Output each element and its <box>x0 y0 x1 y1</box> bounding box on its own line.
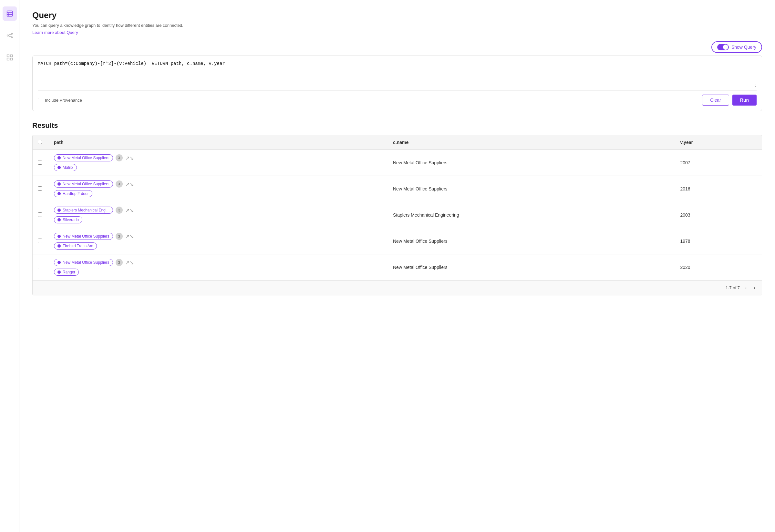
table-row: Staplers Mechanical Engi...3↗↘SilveradoS… <box>33 202 762 228</box>
path-row-company: New Metal Office Suppliers3↗↘ <box>54 259 382 266</box>
company-node-badge[interactable]: New Metal Office Suppliers <box>54 259 113 266</box>
expand-path-icon[interactable]: ↗↘ <box>125 207 134 213</box>
row-checkbox-cell <box>33 254 49 281</box>
clear-button[interactable]: Clear <box>702 95 729 106</box>
company-node-badge[interactable]: New Metal Office Suppliers <box>54 233 113 240</box>
company-node-badge[interactable]: Staplers Mechanical Engi... <box>54 207 113 214</box>
svg-rect-10 <box>10 55 12 57</box>
vyear-cell: 2016 <box>675 176 762 202</box>
query-box: Include Provenance Clear Run <box>32 56 762 111</box>
pagination-info: 1-7 of 7 <box>726 285 740 290</box>
path-count-badge[interactable]: 3 <box>116 233 123 240</box>
row-select-checkbox[interactable] <box>38 239 42 243</box>
select-all-header[interactable] <box>33 135 49 150</box>
expand-path-icon[interactable]: ↗↘ <box>125 155 134 161</box>
row-select-checkbox[interactable] <box>38 212 42 217</box>
row-checkbox-cell <box>33 202 49 228</box>
page-title: Query <box>32 10 762 20</box>
svg-rect-11 <box>7 58 9 60</box>
query-section: Show Query Include Provenance Clear Run <box>32 41 762 111</box>
path-cell: New Metal Office Suppliers3↗↘Matrix <box>49 150 388 176</box>
col-vyear: v.year <box>675 135 762 150</box>
subtitle: You can query a knowledge graph to ident… <box>32 23 762 28</box>
svg-rect-12 <box>10 58 12 60</box>
company-node-badge[interactable]: New Metal Office Suppliers <box>54 154 113 161</box>
path-count-badge[interactable]: 3 <box>116 180 123 188</box>
vehicle-node-badge[interactable]: Firebird Trans Am <box>54 242 97 250</box>
vyear-cell: 2007 <box>675 150 762 176</box>
vehicle-node-badge[interactable]: Ranger <box>54 269 79 276</box>
pagination: 1-7 of 7 ‹ › <box>33 280 762 295</box>
results-title: Results <box>32 121 762 130</box>
show-query-toggle[interactable]: Show Query <box>711 41 762 53</box>
expand-path-icon[interactable]: ↗↘ <box>125 181 134 187</box>
node-dot-company <box>57 235 61 238</box>
action-buttons: Clear Run <box>702 95 757 106</box>
vehicle-node-badge[interactable]: Matrix <box>54 164 77 171</box>
col-cname: c.name <box>388 135 675 150</box>
cname-cell: New Metal Office Suppliers <box>388 228 675 254</box>
node-dot-vehicle <box>57 192 61 195</box>
results-section: Results path c.name v.year <box>32 121 762 295</box>
svg-line-8 <box>8 36 11 37</box>
sidebar-item-table[interactable] <box>3 6 17 21</box>
toggle-thumb <box>723 45 728 50</box>
table-row: New Metal Office Suppliers3↗↘RangerNew M… <box>33 254 762 281</box>
toggle-label: Show Query <box>731 45 756 50</box>
vyear-cell: 2020 <box>675 254 762 281</box>
table-header: path c.name v.year <box>33 135 762 150</box>
expand-path-icon[interactable]: ↗↘ <box>125 233 134 240</box>
row-checkbox-cell <box>33 176 49 202</box>
table-row: New Metal Office Suppliers3↗↘Firebird Tr… <box>33 228 762 254</box>
graph-icon <box>6 32 13 39</box>
path-row-company: New Metal Office Suppliers3↗↘ <box>54 233 382 240</box>
layout-icon <box>6 54 13 61</box>
learn-more-link[interactable]: Learn more about Query <box>32 30 78 35</box>
path-row-vehicle: Firebird Trans Am <box>54 242 382 250</box>
node-dot-vehicle <box>57 166 61 169</box>
path-row-company: New Metal Office Suppliers3↗↘ <box>54 154 382 161</box>
cname-cell: New Metal Office Suppliers <box>388 150 675 176</box>
path-cell: New Metal Office Suppliers3↗↘Firebird Tr… <box>49 228 388 254</box>
expand-path-icon[interactable]: ↗↘ <box>125 260 134 266</box>
svg-rect-0 <box>7 11 12 16</box>
path-cell: New Metal Office Suppliers3↗↘Hardtop 2-d… <box>49 176 388 202</box>
prev-page-button[interactable]: ‹ <box>744 284 748 291</box>
run-button[interactable]: Run <box>732 95 757 106</box>
row-checkbox-cell <box>33 150 49 176</box>
path-row-vehicle: Silverado <box>54 216 382 223</box>
row-select-checkbox[interactable] <box>38 265 42 269</box>
sidebar-item-layout[interactable] <box>3 50 17 65</box>
next-page-button[interactable]: › <box>752 284 757 291</box>
vehicle-node-badge[interactable]: Hardtop 2-door <box>54 190 92 197</box>
provenance-label[interactable]: Include Provenance <box>38 98 82 103</box>
vehicle-node-badge[interactable]: Silverado <box>54 216 82 223</box>
path-row-vehicle: Hardtop 2-door <box>54 190 382 197</box>
cname-cell: New Metal Office Suppliers <box>388 254 675 281</box>
node-dot-vehicle <box>57 218 61 221</box>
toggle-track <box>717 44 729 50</box>
col-path: path <box>49 135 388 150</box>
results-table-container: path c.name v.year New Metal Office Supp… <box>32 135 762 295</box>
row-select-checkbox[interactable] <box>38 160 42 165</box>
path-count-badge[interactable]: 3 <box>116 154 123 161</box>
svg-point-6 <box>11 37 12 38</box>
select-all-checkbox[interactable] <box>38 140 42 144</box>
row-select-checkbox[interactable] <box>38 186 42 191</box>
path-count-badge[interactable]: 3 <box>116 207 123 214</box>
query-input[interactable] <box>38 61 757 87</box>
query-footer: Include Provenance Clear Run <box>38 90 757 106</box>
sidebar <box>0 0 19 532</box>
table-row: New Metal Office Suppliers3↗↘MatrixNew M… <box>33 150 762 176</box>
main-content: Query You can query a knowledge graph to… <box>19 0 775 532</box>
path-row-vehicle: Matrix <box>54 164 382 171</box>
svg-rect-9 <box>7 55 9 57</box>
provenance-checkbox[interactable] <box>38 98 42 102</box>
svg-point-4 <box>7 35 8 36</box>
vyear-cell: 2003 <box>675 202 762 228</box>
sidebar-item-graph[interactable] <box>3 28 17 43</box>
path-row-company: New Metal Office Suppliers3↗↘ <box>54 180 382 188</box>
path-count-badge[interactable]: 3 <box>116 259 123 266</box>
company-node-badge[interactable]: New Metal Office Suppliers <box>54 180 113 188</box>
path-cell: New Metal Office Suppliers3↗↘Ranger <box>49 254 388 281</box>
